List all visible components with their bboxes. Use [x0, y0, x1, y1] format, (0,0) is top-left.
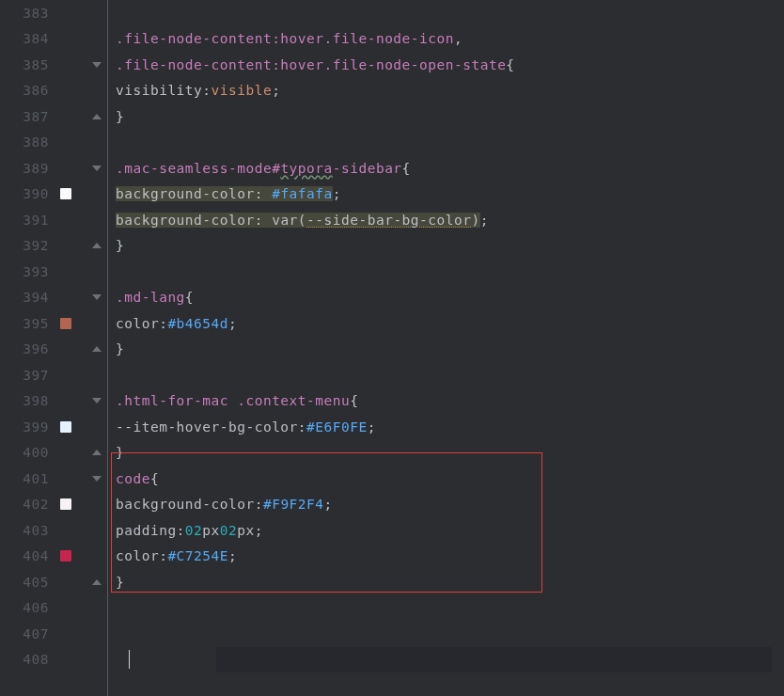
selector: -sidebar: [333, 161, 402, 176]
fold-close-icon[interactable]: [92, 450, 102, 455]
fold-close-icon[interactable]: [92, 243, 102, 248]
brace: }: [116, 575, 124, 590]
gutter-line[interactable]: 408: [0, 647, 107, 673]
gutter-line[interactable]: 399: [0, 414, 107, 440]
fold-open-icon[interactable]: [92, 62, 102, 68]
line-gutter[interactable]: 3833843853863873883893903913923933943953…: [0, 0, 108, 696]
gutter-line[interactable]: 387: [0, 103, 107, 130]
gutter-line[interactable]: 384: [0, 26, 107, 53]
gutter-line[interactable]: 406: [0, 595, 107, 622]
fold-close-icon[interactable]: [92, 579, 102, 585]
code-editor[interactable]: 3833843853863873883893903913923933943953…: [0, 0, 784, 696]
fold-close-icon[interactable]: [92, 346, 102, 352]
code-line[interactable]: [116, 362, 784, 388]
line-number: 405: [23, 575, 49, 590]
gutter-line[interactable]: 391: [0, 207, 107, 233]
code-line[interactable]: .mac-seamless-mode #typora-sidebar {: [116, 155, 784, 182]
code-line[interactable]: [116, 130, 784, 156]
code-line[interactable]: --item-hover-bg-color: #E6F0FE;: [116, 414, 784, 440]
property: visibility: [116, 83, 202, 98]
gutter-line[interactable]: 388: [0, 130, 107, 156]
gutter-line[interactable]: 393: [0, 259, 107, 285]
code-line[interactable]: padding: 0 2px 0 2px;: [116, 517, 784, 544]
gutter-line[interactable]: 395: [0, 310, 107, 337]
code-line[interactable]: [116, 0, 784, 26]
gutter-line[interactable]: 397: [0, 362, 107, 388]
gutter-line[interactable]: 396: [0, 337, 107, 363]
gutter-line[interactable]: 402: [0, 492, 107, 518]
code-line[interactable]: color: #C7254E;: [116, 544, 784, 570]
gutter-line[interactable]: 403: [0, 517, 107, 544]
fold-open-icon[interactable]: [92, 166, 102, 171]
color-swatch[interactable]: [60, 498, 71, 510]
selector: .md-lang: [116, 290, 185, 305]
property: color: [116, 316, 159, 331]
property: color: [116, 548, 159, 563]
code-line[interactable]: .md-lang {: [116, 285, 784, 311]
gutter-line[interactable]: 385: [0, 52, 107, 78]
gutter-line[interactable]: 401: [0, 466, 107, 492]
selector: .mac-seamless-mode: [116, 161, 272, 176]
gutter-line[interactable]: 389: [0, 155, 107, 182]
gutter-line[interactable]: 386: [0, 78, 107, 104]
pseudo: :hover: [272, 31, 323, 46]
semicolon: ;: [368, 419, 376, 435]
code-line[interactable]: .file-node-content:hover .file-node-icon…: [116, 26, 784, 53]
paren: (: [298, 213, 306, 228]
fold-close-icon[interactable]: [92, 114, 102, 119]
color-swatch[interactable]: [60, 188, 71, 199]
code-line[interactable]: }: [116, 440, 784, 467]
gutter-line[interactable]: 392: [0, 233, 107, 260]
code-line[interactable]: color: #b4654d;: [116, 310, 784, 337]
colon: :: [298, 419, 306, 435]
code-line[interactable]: .file-node-content:hover .file-node-open…: [116, 52, 784, 78]
code-area[interactable]: .file-node-content:hover .file-node-icon…: [108, 0, 784, 696]
gutter-line[interactable]: 405: [0, 569, 107, 595]
line-number: 407: [23, 626, 49, 641]
gutter-line[interactable]: 400: [0, 440, 107, 467]
colon: :: [159, 316, 167, 331]
code-line[interactable]: code {: [116, 466, 784, 492]
property: background-color: [116, 213, 255, 228]
number: 2: [194, 523, 202, 538]
colon: :: [255, 213, 272, 228]
line-number: 388: [23, 134, 49, 150]
code-line[interactable]: }: [116, 233, 784, 260]
fold-open-icon[interactable]: [92, 476, 102, 482]
line-number: 390: [23, 186, 49, 201]
code-line[interactable]: background-color: var(--side-bar-bg-colo…: [116, 207, 784, 233]
semicolon: ;: [480, 213, 489, 228]
code-line[interactable]: }: [116, 103, 784, 130]
code-line[interactable]: }: [116, 569, 784, 595]
gutter-line[interactable]: 394: [0, 285, 107, 311]
fold-open-icon[interactable]: [92, 398, 102, 403]
code-line[interactable]: background-color: #F9F2F4;: [116, 492, 784, 518]
color-swatch[interactable]: [60, 318, 71, 329]
gutter-line[interactable]: 390: [0, 182, 107, 208]
line-number: 395: [23, 316, 49, 331]
hex-value: #F9F2F4: [263, 497, 324, 512]
line-number: 392: [23, 238, 49, 253]
gutter-line[interactable]: 407: [0, 621, 107, 647]
line-number: 397: [23, 368, 49, 383]
code-line[interactable]: [116, 259, 784, 285]
property: --item-hover-bg-color: [116, 419, 298, 435]
hex-value: #b4654d: [167, 316, 228, 331]
gutter-line[interactable]: 398: [0, 388, 107, 415]
color-swatch[interactable]: [60, 421, 71, 433]
gutter-line[interactable]: 404: [0, 544, 107, 570]
code-content[interactable]: .file-node-content:hover .file-node-icon…: [116, 0, 784, 672]
color-swatch[interactable]: [60, 550, 71, 562]
code-line[interactable]: [116, 621, 784, 647]
gutter-line[interactable]: 383: [0, 0, 107, 26]
selector: .html-for-mac .context-menu: [116, 393, 350, 408]
brace: }: [116, 109, 124, 124]
code-line[interactable]: [116, 647, 784, 673]
code-line[interactable]: visibility: visible;: [116, 78, 784, 104]
code-line[interactable]: }: [116, 337, 784, 363]
code-line[interactable]: background-color: #fafafa;: [116, 182, 784, 208]
line-number: 393: [23, 264, 49, 279]
code-line[interactable]: [116, 595, 784, 622]
fold-open-icon[interactable]: [92, 294, 102, 300]
code-line[interactable]: .html-for-mac .context-menu {: [116, 388, 784, 415]
